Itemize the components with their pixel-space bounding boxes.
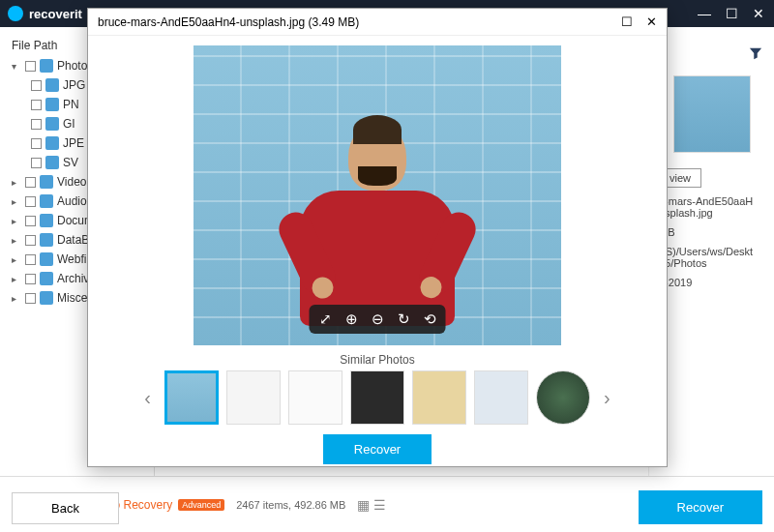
reset-icon[interactable]: ⟲ (424, 310, 436, 328)
minimize-button[interactable]: — (697, 6, 712, 21)
folder-icon (40, 214, 53, 227)
next-arrow-icon[interactable]: › (598, 387, 616, 409)
modal-window-controls: ☐ ✕ (621, 15, 657, 29)
maximize-button[interactable]: ☐ (724, 6, 739, 21)
preview-modal: bruce-mars-AndE50aaHn4-unsplash.jpg (3.4… (87, 8, 668, 467)
tree-label: GI (63, 117, 75, 131)
modal-close-icon[interactable]: ✕ (646, 15, 657, 29)
preview-thumbnail (673, 75, 751, 153)
tree-label: Video( (57, 175, 90, 189)
modal-titlebar: bruce-mars-AndE50aaHn4-unsplash.jpg (3.4… (88, 9, 667, 36)
chevron-icon: ▸ (12, 274, 21, 284)
checkbox[interactable] (25, 196, 36, 207)
adv-badge: Advanced (178, 499, 224, 511)
rotate-icon[interactable]: ↻ (398, 310, 410, 328)
detail-size: MB (659, 226, 764, 238)
tree-label: JPE (63, 136, 84, 150)
window-controls: — ☐ ✕ (697, 6, 766, 21)
tree-label: Miscel (57, 291, 90, 305)
modal-maximize-icon[interactable]: ☐ (621, 15, 633, 29)
chevron-icon: ▸ (12, 216, 21, 226)
filter-icon[interactable] (749, 46, 762, 60)
folder-icon (45, 98, 59, 111)
folder-icon (40, 59, 53, 73)
folder-icon (40, 291, 53, 305)
folder-icon (45, 117, 59, 131)
checkbox[interactable] (31, 80, 42, 91)
checkbox[interactable] (25, 177, 36, 188)
app-name: recoverit (29, 7, 82, 21)
preview-image: ⤢ ⊕ ⊖ ↻ ⟲ (194, 45, 561, 345)
thumb-7[interactable] (536, 370, 590, 425)
tree-label: Archiv (57, 272, 89, 285)
modal-body: ⤢ ⊕ ⊖ ↻ ⟲ Similar Photos ‹ › Recover (88, 36, 667, 474)
logo-icon (8, 6, 23, 21)
thumb-3[interactable] (288, 370, 342, 425)
thumb-1[interactable] (164, 370, 219, 425)
folder-icon (45, 136, 59, 150)
status-text: 2467 items, 492.86 MB (236, 499, 345, 511)
similar-thumbs: ‹ › (138, 370, 615, 425)
modal-filename: bruce-mars-AndE50aaHn4-unsplash.jpg (3.4… (98, 15, 359, 29)
folder-icon (40, 194, 53, 208)
similar-photos-label: Similar Photos (340, 353, 414, 367)
thumb-6[interactable] (474, 370, 528, 425)
chevron-icon: ▸ (12, 293, 21, 304)
checkbox[interactable] (25, 293, 36, 304)
checkbox[interactable] (25, 235, 36, 246)
detail-path: FS)/Users/ws/Deskt85/Photos (659, 246, 764, 269)
checkbox[interactable] (25, 274, 36, 284)
back-button[interactable]: Back (12, 492, 119, 524)
folder-icon (45, 78, 59, 92)
folder-icon (40, 252, 53, 266)
tree-label: SV (63, 156, 78, 169)
tree-label: PN (63, 98, 79, 111)
grid-view-icon[interactable]: ▦ (357, 497, 370, 513)
folder-icon (40, 233, 53, 247)
checkbox[interactable] (25, 216, 36, 226)
checkbox[interactable] (31, 119, 42, 130)
view-mode-icons: ▦ ☰ (357, 497, 386, 513)
zoom-in-icon[interactable]: ⊕ (345, 310, 358, 328)
checkbox[interactable] (25, 61, 36, 72)
close-button[interactable]: ✕ (751, 6, 766, 21)
folder-icon (40, 175, 53, 189)
checkbox[interactable] (31, 138, 42, 149)
prev-arrow-icon[interactable]: ‹ (138, 387, 157, 409)
thumb-5[interactable] (412, 370, 466, 425)
list-view-icon[interactable]: ☰ (373, 497, 386, 513)
detail-filename: e-mars-AndE50aaHnsplash.jpg (659, 195, 764, 219)
modal-recover-button[interactable]: Recover (323, 434, 432, 464)
folder-icon (45, 156, 59, 169)
tree-label: Audio( (57, 194, 91, 208)
checkbox[interactable] (31, 158, 42, 168)
tree-label: DataB (57, 233, 89, 247)
checkbox[interactable] (25, 254, 36, 265)
app-logo: recoverit (8, 6, 82, 21)
thumb-2[interactable] (226, 370, 281, 425)
tree-label: Webfil (57, 252, 89, 266)
chevron-icon: ▸ (12, 177, 21, 188)
folder-icon (40, 272, 53, 285)
chevron-icon: ▸ (12, 196, 21, 207)
image-toolbar: ⤢ ⊕ ⊖ ↻ ⟲ (310, 305, 446, 334)
tree-label: JPG (63, 78, 85, 92)
chevron-icon: ▸ (12, 235, 21, 246)
fit-icon[interactable]: ⤢ (319, 310, 332, 328)
thumb-4[interactable] (350, 370, 404, 425)
zoom-out-icon[interactable]: ⊖ (372, 310, 384, 328)
detail-date: 3-2019 (659, 277, 764, 288)
chevron-icon: ▸ (12, 254, 21, 265)
chevron-icon: ▾ (12, 61, 21, 72)
checkbox[interactable] (31, 100, 42, 110)
recover-button[interactable]: Recover (639, 490, 762, 524)
